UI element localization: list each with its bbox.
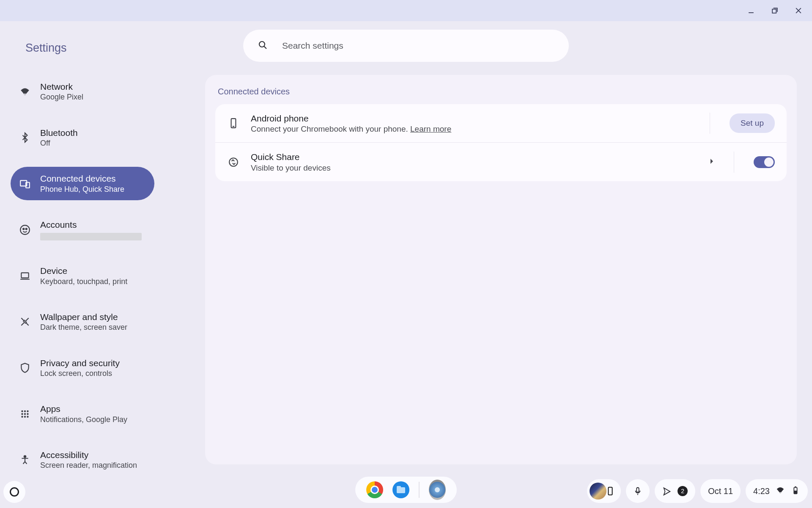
app-title: Settings [25, 41, 67, 55]
row-desc-text: Connect your Chromebook with your phone. [251, 124, 410, 133]
window-minimize-button[interactable] [745, 5, 757, 17]
svg-point-9 [23, 228, 24, 229]
svg-point-17 [24, 413, 26, 415]
nav-item-wallpaper-style[interactable]: Wallpaper and style Dark theme, screen s… [11, 305, 154, 339]
svg-point-4 [259, 41, 265, 47]
nav-item-title: Bluetooth [40, 127, 78, 138]
devices-icon [19, 178, 31, 189]
shelf-date: Oct 11 [708, 486, 733, 496]
svg-rect-1 [772, 9, 776, 13]
search-icon [258, 40, 268, 52]
nav-item-title: Apps [40, 403, 127, 414]
svg-rect-26 [609, 487, 612, 495]
nav-item-subtitle: Dark theme, screen saver [40, 323, 127, 332]
nav-item-title: Privacy and security [40, 357, 120, 369]
nav-item-apps[interactable]: Apps Notifications, Google Play [11, 397, 154, 431]
nav-item-title: Connected devices [40, 173, 124, 184]
window-titlebar [0, 0, 812, 21]
nav-item-title: Accessibility [40, 449, 137, 461]
redacted-subtitle [40, 233, 142, 240]
quick-share-toggle[interactable] [754, 156, 775, 168]
separator [710, 113, 710, 134]
nav-item-subtitle: Lock screen, controls [40, 369, 120, 378]
status-tray[interactable]: 4:23 [746, 479, 808, 503]
notification-badge: 2 [678, 486, 688, 496]
set-up-button[interactable]: Set up [730, 113, 775, 133]
main-content: Connected devices Android phone Connect … [205, 66, 812, 471]
learn-more-link[interactable]: Learn more [410, 124, 451, 133]
panel-heading: Connected devices [218, 87, 787, 97]
svg-point-22 [24, 456, 26, 458]
separator [734, 152, 734, 173]
nav-item-subtitle: Notifications, Google Play [40, 415, 127, 425]
nav-item-accessibility[interactable]: Accessibility Screen reader, magnificati… [11, 443, 154, 471]
battery-status-icon [791, 486, 800, 497]
avatar [590, 483, 606, 500]
phone-hub-tray[interactable] [587, 479, 621, 503]
svg-rect-30 [795, 491, 797, 493]
quick-share-row[interactable]: Quick Share Visible to your devices [215, 142, 787, 181]
files-app-icon[interactable] [392, 481, 409, 498]
apps-icon [19, 409, 31, 420]
search-input[interactable] [281, 40, 554, 51]
nav-item-title: Accounts [40, 219, 142, 230]
notification-tray[interactable]: 2 [655, 479, 695, 503]
wifi-status-icon [776, 486, 785, 497]
wifi-icon [19, 86, 31, 97]
row-title: Quick Share [251, 151, 698, 163]
bluetooth-icon [19, 132, 31, 143]
connected-devices-card: Android phone Connect your Chromebook wi… [215, 104, 787, 181]
chevron-right-icon [709, 158, 714, 166]
nav-item-bluetooth[interactable]: Bluetooth Off [11, 121, 154, 155]
header: Settings [0, 21, 812, 66]
window-restore-button[interactable] [769, 5, 781, 17]
nav-item-connected-devices[interactable]: Connected devices Phone Hub, Quick Share [11, 167, 154, 200]
nav-item-subtitle: Keyboard, touchpad, print [40, 277, 127, 287]
svg-point-8 [20, 225, 30, 235]
chrome-app-icon[interactable] [366, 481, 383, 498]
phone-icon [227, 118, 240, 129]
shelf-time: 4:23 [753, 486, 770, 496]
calendar-tray[interactable]: Oct 11 [700, 479, 741, 503]
svg-point-25 [229, 158, 238, 166]
account-icon [19, 224, 31, 235]
row-title: Android phone [251, 113, 690, 124]
laptop-icon [19, 271, 31, 282]
nav-item-subtitle: Off [40, 138, 78, 148]
palette-icon [19, 316, 31, 327]
accessibility-icon [19, 454, 31, 465]
svg-point-21 [27, 416, 28, 417]
nav-item-subtitle: Google Pixel [40, 92, 83, 102]
dictation-button[interactable] [626, 479, 650, 503]
window-close-button[interactable] [793, 5, 804, 17]
svg-point-10 [26, 228, 27, 229]
search-bar[interactable] [243, 30, 569, 62]
nav-item-subtitle: Phone Hub, Quick Share [40, 185, 124, 194]
svg-point-14 [24, 410, 26, 412]
shelf: 2 Oct 11 4:23 [0, 471, 812, 508]
shelf-dock [355, 477, 457, 503]
nav-item-accounts[interactable]: Accounts [11, 213, 154, 246]
nav-item-device[interactable]: Device Keyboard, touchpad, print [11, 259, 154, 293]
svg-rect-27 [636, 488, 639, 492]
nav-item-network[interactable]: Network Google Pixel [11, 75, 154, 108]
android-phone-row: Android phone Connect your Chromebook wi… [215, 104, 787, 142]
dock-divider [419, 482, 420, 498]
svg-line-5 [264, 47, 267, 49]
quick-share-icon [227, 157, 240, 168]
settings-app-icon[interactable] [429, 481, 446, 498]
row-description: Connect your Chromebook with your phone.… [251, 124, 690, 134]
nav-item-title: Wallpaper and style [40, 311, 127, 323]
shelf-status-area: 2 Oct 11 4:23 [587, 479, 808, 503]
svg-point-19 [21, 416, 23, 417]
launcher-button[interactable] [3, 481, 25, 503]
svg-rect-11 [21, 273, 28, 278]
nav-item-title: Device [40, 265, 127, 276]
settings-panel: Connected devices Android phone Connect … [205, 75, 797, 464]
nav-item-title: Network [40, 81, 83, 92]
nav-item-subtitle: Screen reader, magnification [40, 461, 137, 470]
nav-item-privacy-security[interactable]: Privacy and security Lock screen, contro… [11, 351, 154, 385]
svg-point-18 [27, 413, 28, 415]
sidebar: Network Google Pixel Bluetooth Off Conne… [0, 66, 205, 471]
svg-point-15 [27, 410, 28, 412]
